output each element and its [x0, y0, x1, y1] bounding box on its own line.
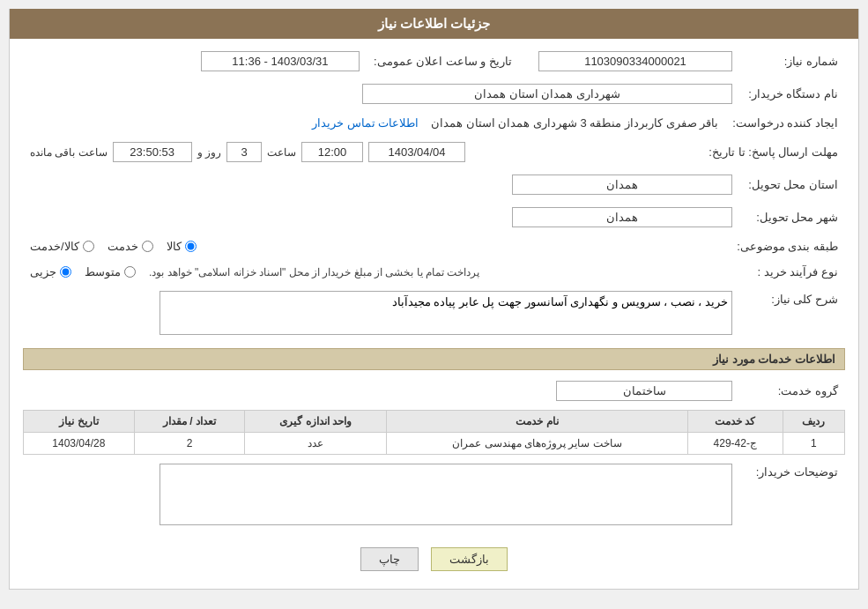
service-group-input[interactable] — [556, 381, 732, 401]
category-khadamat-option[interactable]: خدمت — [108, 240, 153, 253]
process-jozi-text: جزیی — [30, 265, 56, 279]
need-number-input[interactable] — [538, 51, 732, 71]
category-kala-text: کالا — [167, 240, 182, 253]
process-jozi-radio[interactable] — [60, 266, 71, 278]
time-label: ساعت — [267, 146, 296, 159]
process-jozi-option[interactable]: جزیی — [30, 265, 71, 279]
description-textarea[interactable] — [160, 291, 732, 335]
description-label: شرح کلی نیاز: — [739, 287, 845, 341]
services-table: ردیف کد خدمت نام خدمت واحد اندازه گیری ت… — [23, 410, 845, 455]
col-name: نام خدمت — [387, 411, 687, 433]
category-kala-radio[interactable] — [185, 241, 197, 252]
category-khadamat-radio[interactable] — [142, 241, 153, 252]
creator-label: ایجاد کننده درخواست: — [725, 113, 845, 133]
section2-header: اطلاعات خدمات مورد نیاز — [23, 348, 845, 370]
col-code: کد خدمت — [687, 411, 783, 433]
announcement-label: تاریخ و ساعت اعلان عمومی: — [367, 48, 519, 75]
page-title: جزئیات اطلاعات نیاز — [378, 16, 490, 31]
remaining-input[interactable] — [113, 142, 192, 162]
date-input[interactable] — [368, 142, 465, 162]
buyer-name-input[interactable] — [362, 84, 732, 104]
remaining-label: ساعت باقی مانده — [30, 146, 108, 159]
announcement-input[interactable] — [201, 51, 360, 71]
buyer-notes-textarea[interactable] — [160, 464, 732, 525]
category-label: طبقه بندی موضوعی: — [730, 236, 845, 256]
response-deadline-label: مهلت ارسال پاسخ: تا تاریخ: — [701, 138, 845, 166]
province-input[interactable] — [512, 175, 732, 195]
service-group-label: گروه خدمت: — [739, 377, 845, 405]
buyer-notes-label: توضیحات خریدار: — [739, 460, 845, 531]
col-row: ردیف — [783, 411, 844, 433]
back-button[interactable]: بازگشت — [431, 547, 508, 571]
col-date: تاریخ نیاز — [24, 411, 135, 433]
page-header: جزئیات اطلاعات نیاز — [10, 9, 858, 39]
table-row: 1ج-42-429ساخت سایر پروژه‌های مهندسی عمرا… — [24, 433, 845, 455]
city-input[interactable] — [512, 207, 732, 227]
category-kala-khadamat-radio[interactable] — [83, 241, 94, 252]
contact-link[interactable]: اطلاعات تماس خریدار — [312, 116, 419, 130]
creator-value: باقر صفری کاربرداز منطقه 3 شهرداری همدان… — [431, 116, 718, 130]
process-motavasset-radio[interactable] — [124, 266, 136, 278]
city-label: شهر محل تحویل: — [739, 204, 845, 231]
process-note: پرداخت تمام یا بخشی از مبلغ خریدار از مح… — [149, 266, 479, 279]
category-khadamat-text: خدمت — [108, 240, 138, 253]
time-input[interactable] — [301, 142, 363, 162]
buttons-row: بازگشت چاپ — [23, 537, 845, 580]
process-motavasset-option[interactable]: متوسط — [85, 265, 136, 279]
category-kala-khadamat-text: کالا/خدمت — [30, 240, 79, 253]
category-kala-khadamat-option[interactable]: کالا/خدمت — [30, 240, 94, 253]
need-number-label: شماره نیاز: — [739, 48, 845, 75]
col-qty: تعداد / مقدار — [134, 411, 245, 433]
buyer-name-label: نام دستگاه خریدار: — [739, 80, 845, 108]
days-label: روز و — [197, 146, 221, 159]
process-motavasset-text: متوسط — [85, 265, 121, 279]
category-kala-option[interactable]: کالا — [167, 240, 197, 253]
province-label: استان محل تحویل: — [739, 171, 845, 198]
process-label: نوع فرآیند خرید : — [739, 262, 845, 282]
print-button[interactable]: چاپ — [360, 547, 419, 571]
days-input[interactable] — [226, 142, 262, 162]
col-unit: واحد اندازه گیری — [245, 411, 387, 433]
